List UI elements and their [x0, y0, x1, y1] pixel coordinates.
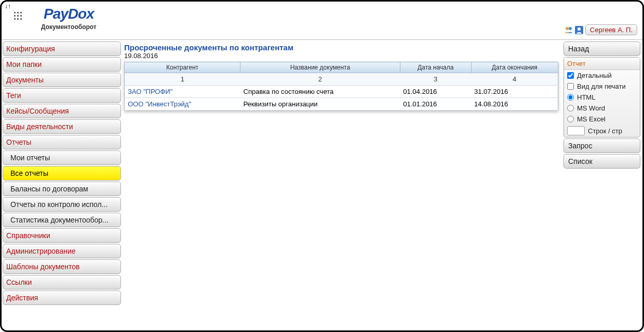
sidebar-item-7[interactable]: Мои отчеты: [3, 150, 121, 165]
fmt-excel-radio[interactable]: [567, 116, 574, 122]
fmt-html[interactable]: HTML: [564, 92, 640, 103]
col-number-1: 2: [240, 73, 400, 86]
cell-0-0[interactable]: ЗАО "ПРОФИ": [125, 86, 240, 98]
avatar-icon[interactable]: [575, 26, 583, 34]
sidebar-item-3[interactable]: Теги: [3, 88, 121, 103]
cell-1-1: Реквизиты организации: [240, 98, 400, 110]
cell-0-2: 01.04.2016: [400, 86, 471, 98]
query-button[interactable]: Запрос: [564, 139, 640, 153]
sidebar-item-8[interactable]: Все отчеты: [3, 166, 121, 181]
col-number-3: 4: [471, 73, 558, 86]
rows-input[interactable]: [567, 126, 585, 135]
opt-detailed[interactable]: Детальный: [564, 70, 640, 81]
report-options-section: Отчет Детальный Вид для печати HTML MS W…: [564, 57, 640, 137]
report-table: КонтрагентНазвание документаДата началаД…: [124, 62, 558, 110]
sidebar-item-15[interactable]: Ссылки: [3, 275, 121, 289]
sidebar-item-12[interactable]: Справочники: [3, 228, 121, 243]
logo-subtitle: Документооборот: [41, 23, 97, 31]
col-header-0: Контрагент: [125, 62, 240, 73]
printview-checkbox[interactable]: [567, 83, 574, 90]
apps-grid-icon[interactable]: [14, 12, 22, 20]
svg-point-0: [566, 27, 569, 30]
sidebar-item-14[interactable]: Шаблоны документов: [3, 259, 121, 274]
logo-text: PayDox: [41, 6, 97, 22]
col-header-3: Дата окончания: [471, 62, 558, 73]
sidebar-item-4[interactable]: Кейсы/Сообщения: [3, 104, 121, 118]
svg-point-3: [578, 27, 581, 31]
sidebar-item-16[interactable]: Действия: [3, 290, 121, 305]
table-row: ЗАО "ПРОФИ"Справка по состоянию счета01.…: [125, 86, 558, 98]
list-button[interactable]: Список: [564, 154, 640, 169]
fmt-word-radio[interactable]: [567, 105, 574, 112]
cell-1-0[interactable]: ООО "ИнвестТрэйд": [125, 98, 240, 110]
fmt-word[interactable]: MS Word: [564, 103, 640, 114]
sidebar-item-1[interactable]: Мои папки: [3, 57, 121, 72]
sidebar-item-9[interactable]: Балансы по договорам: [3, 182, 121, 196]
col-header-1: Название документа: [240, 62, 400, 73]
report-date: 19.08.2016: [124, 52, 558, 60]
opt-print-view[interactable]: Вид для печати: [564, 81, 640, 92]
sidebar-item-6[interactable]: Отчеты: [3, 135, 121, 149]
cell-1-2: 01.01.2016: [400, 98, 471, 110]
sidebar-item-13[interactable]: Администрирование: [3, 244, 121, 258]
report-section-title: Отчет: [564, 58, 640, 70]
sidebar-item-0[interactable]: Конфигурация: [3, 42, 121, 56]
right-panel: Назад Отчет Детальный Вид для печати HTM…: [562, 40, 642, 330]
sidebar-item-2[interactable]: Документы: [3, 73, 121, 87]
sidebar-item-11[interactable]: Статистика документообор...: [3, 213, 121, 227]
table-row: ООО "ИнвестТрэйд"Реквизиты организации01…: [125, 98, 558, 110]
rows-per-page: Строк / стр: [564, 125, 640, 137]
sidebar: КонфигурацияМои папкиДокументыТегиКейсы/…: [2, 40, 122, 330]
report-title: Просроченные документы по контрагентам: [124, 43, 558, 52]
fmt-excel[interactable]: MS Excel: [564, 114, 640, 125]
logo-area: PayDox Документооборот: [41, 3, 97, 31]
top-bar: ↓↑ PayDox Документооборот Сергеев А. П.: [2, 2, 642, 40]
user-area: Сергеев А. П.: [565, 24, 637, 35]
col-number-0: 1: [125, 73, 240, 86]
fmt-html-radio[interactable]: [567, 94, 574, 101]
content-area: Просроченные документы по контрагентам 1…: [122, 40, 562, 330]
cell-1-3: 14.08.2016: [471, 98, 558, 110]
users-icon[interactable]: [565, 26, 573, 34]
col-number-2: 3: [400, 73, 471, 86]
cell-0-1: Справка по состоянию счета: [240, 86, 400, 98]
svg-point-1: [569, 27, 572, 30]
back-button[interactable]: Назад: [564, 42, 640, 56]
sort-icon[interactable]: ↓↑: [5, 3, 11, 10]
col-header-2: Дата начала: [400, 62, 471, 73]
sidebar-item-5[interactable]: Виды деятельности: [3, 119, 121, 134]
cell-0-3: 31.07.2016: [471, 86, 558, 98]
sidebar-item-10[interactable]: Отчеты по контролю испол...: [3, 197, 121, 212]
detailed-checkbox[interactable]: [567, 72, 574, 79]
user-button[interactable]: Сергеев А. П.: [585, 24, 637, 35]
